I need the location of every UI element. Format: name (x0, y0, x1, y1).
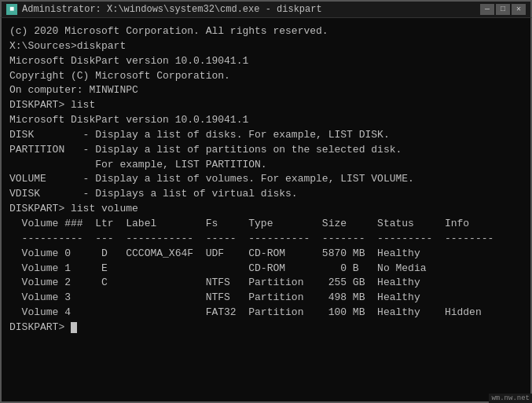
title-bar-text: Administrator: X:\windows\system32\cmd.e… (22, 4, 480, 15)
cursor (71, 322, 77, 333)
console-line: Volume 2 C NTFS Partition 255 GB Healthy (9, 276, 523, 291)
console-line: DISKPART> list (9, 98, 523, 113)
console-line: Volume 3 NTFS Partition 498 MB Healthy (9, 291, 523, 306)
console-line: ---------- --- ----------- ----- -------… (9, 232, 523, 247)
console-line: Microsoft DiskPart version 10.0.19041.1 (9, 54, 523, 69)
console-line: Volume ### Ltr Label Fs Type Size Status… (9, 217, 523, 232)
console-line: On computer: MINWINPC (9, 83, 523, 98)
console-line: VDISK - Displays a list of virtual disks… (9, 187, 523, 202)
console-line: PARTITION - Display a list of partitions… (9, 143, 523, 158)
console-line: Copyright (C) Microsoft Corporation. (9, 69, 523, 84)
console-line: Volume 0 D CCCOMA_X64F UDF CD-ROM 5870 M… (9, 247, 523, 262)
console-line: Volume 1 E CD-ROM 0 B No Media (9, 262, 523, 277)
console-window: (c) 2020 Microsoft Corporation. All righ… (0, 17, 532, 403)
console-line: X:\Sources>diskpart (9, 39, 523, 54)
title-bar-buttons: — □ ✕ (480, 4, 526, 15)
console-line: DISKPART> (9, 321, 523, 335)
console-line: Microsoft DiskPart version 10.0.19041.1 (9, 113, 523, 128)
close-button[interactable]: ✕ (512, 4, 526, 15)
console-line: VOLUME - Display a list of volumes. For … (9, 172, 523, 187)
console-line: Volume 4 FAT32 Partition 100 MB Healthy … (9, 306, 523, 321)
taskbar-hint: wm.nw.net (489, 394, 532, 403)
title-bar: ■ Administrator: X:\windows\system32\cmd… (0, 0, 532, 17)
console-line: DISK - Display a list of disks. For exam… (9, 128, 523, 143)
minimize-button[interactable]: — (480, 4, 494, 15)
console-line: (c) 2020 Microsoft Corporation. All righ… (9, 24, 523, 39)
console-line: For example, LIST PARTITION. (9, 158, 523, 173)
title-bar-icon: ■ (6, 4, 17, 15)
console-line: DISKPART> list volume (9, 202, 523, 217)
maximize-button[interactable]: □ (496, 4, 510, 15)
